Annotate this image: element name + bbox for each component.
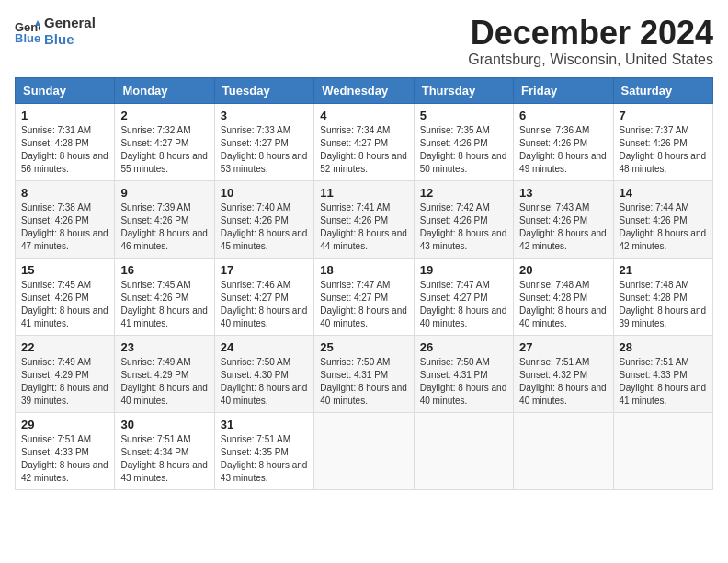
calendar-cell: 1Sunrise: 7:31 AMSunset: 4:28 PMDaylight… xyxy=(16,103,115,180)
day-info: Sunrise: 7:31 AMSunset: 4:28 PMDaylight:… xyxy=(21,124,108,176)
day-number: 6 xyxy=(519,109,607,122)
logo: General Blue General Blue xyxy=(15,15,96,48)
day-number: 11 xyxy=(320,186,407,200)
calendar-cell: 18Sunrise: 7:47 AMSunset: 4:27 PMDayligh… xyxy=(314,258,414,335)
calendar-cell: 4Sunrise: 7:34 AMSunset: 4:27 PMDaylight… xyxy=(314,103,414,180)
weekday-header-wednesday: Wednesday xyxy=(314,77,414,103)
day-info: Sunrise: 7:45 AMSunset: 4:26 PMDaylight:… xyxy=(120,279,208,330)
day-info: Sunrise: 7:51 AMSunset: 4:33 PMDaylight:… xyxy=(21,433,108,485)
weekday-header-sunday: Sunday xyxy=(16,77,115,103)
day-info: Sunrise: 7:39 AMSunset: 4:26 PMDaylight:… xyxy=(120,201,208,253)
page-header: General Blue General Blue December 2024 … xyxy=(15,15,713,68)
day-number: 23 xyxy=(120,340,208,354)
logo-line1: General xyxy=(44,15,96,31)
title-area: December 2024 Grantsburg, Wisconsin, Uni… xyxy=(468,15,713,68)
day-info: Sunrise: 7:42 AMSunset: 4:26 PMDaylight:… xyxy=(420,201,507,253)
day-info: Sunrise: 7:46 AMSunset: 4:27 PMDaylight:… xyxy=(221,279,308,330)
day-info: Sunrise: 7:47 AMSunset: 4:27 PMDaylight:… xyxy=(320,279,407,330)
calendar-cell: 7Sunrise: 7:37 AMSunset: 4:26 PMDaylight… xyxy=(613,103,712,180)
weekday-header-saturday: Saturday xyxy=(613,77,712,103)
calendar-cell: 5Sunrise: 7:35 AMSunset: 4:26 PMDaylight… xyxy=(414,103,513,180)
calendar-cell: 16Sunrise: 7:45 AMSunset: 4:26 PMDayligh… xyxy=(115,258,214,335)
calendar-cell: 27Sunrise: 7:51 AMSunset: 4:32 PMDayligh… xyxy=(514,335,613,412)
day-number: 26 xyxy=(420,340,507,354)
day-info: Sunrise: 7:50 AMSunset: 4:31 PMDaylight:… xyxy=(320,356,407,408)
day-number: 9 xyxy=(120,186,208,200)
calendar-week-row: 29Sunrise: 7:51 AMSunset: 4:33 PMDayligh… xyxy=(16,412,713,489)
calendar-cell: 13Sunrise: 7:43 AMSunset: 4:26 PMDayligh… xyxy=(514,180,613,258)
day-number: 28 xyxy=(620,340,707,354)
day-info: Sunrise: 7:51 AMSunset: 4:32 PMDaylight:… xyxy=(519,356,607,408)
day-number: 27 xyxy=(519,340,607,354)
day-number: 7 xyxy=(620,109,707,122)
calendar-cell: 15Sunrise: 7:45 AMSunset: 4:26 PMDayligh… xyxy=(16,258,115,335)
day-info: Sunrise: 7:48 AMSunset: 4:28 PMDaylight:… xyxy=(519,279,607,330)
day-info: Sunrise: 7:38 AMSunset: 4:26 PMDaylight:… xyxy=(21,201,108,253)
day-info: Sunrise: 7:34 AMSunset: 4:27 PMDaylight:… xyxy=(320,124,407,176)
day-info: Sunrise: 7:41 AMSunset: 4:26 PMDaylight:… xyxy=(320,201,407,253)
calendar-header: SundayMondayTuesdayWednesdayThursdayFrid… xyxy=(16,77,713,103)
day-number: 25 xyxy=(320,340,407,354)
calendar-cell: 3Sunrise: 7:33 AMSunset: 4:27 PMDaylight… xyxy=(214,103,313,180)
logo-icon: General Blue xyxy=(15,18,40,44)
calendar-cell xyxy=(613,412,712,489)
calendar-body: 1Sunrise: 7:31 AMSunset: 4:28 PMDaylight… xyxy=(16,103,713,489)
calendar-cell: 30Sunrise: 7:51 AMSunset: 4:34 PMDayligh… xyxy=(115,412,214,489)
calendar-cell: 6Sunrise: 7:36 AMSunset: 4:26 PMDaylight… xyxy=(514,103,613,180)
day-info: Sunrise: 7:44 AMSunset: 4:26 PMDaylight:… xyxy=(620,201,707,253)
day-number: 13 xyxy=(519,186,607,200)
day-number: 8 xyxy=(21,186,108,200)
weekday-header-thursday: Thursday xyxy=(414,77,513,103)
calendar-week-row: 22Sunrise: 7:49 AMSunset: 4:29 PMDayligh… xyxy=(16,335,713,412)
day-number: 4 xyxy=(320,109,407,122)
location-title: Grantsburg, Wisconsin, United States xyxy=(468,52,713,68)
day-info: Sunrise: 7:45 AMSunset: 4:26 PMDaylight:… xyxy=(21,279,108,330)
calendar-cell xyxy=(514,412,613,489)
logo-text: General Blue xyxy=(44,15,96,48)
day-number: 5 xyxy=(420,109,507,122)
day-info: Sunrise: 7:40 AMSunset: 4:26 PMDaylight:… xyxy=(221,201,308,253)
day-number: 30 xyxy=(120,418,208,431)
day-number: 14 xyxy=(620,186,707,200)
calendar-cell: 28Sunrise: 7:51 AMSunset: 4:33 PMDayligh… xyxy=(613,335,712,412)
weekday-header-friday: Friday xyxy=(514,77,613,103)
calendar-cell: 2Sunrise: 7:32 AMSunset: 4:27 PMDaylight… xyxy=(115,103,214,180)
day-info: Sunrise: 7:51 AMSunset: 4:35 PMDaylight:… xyxy=(221,433,308,485)
day-info: Sunrise: 7:49 AMSunset: 4:29 PMDaylight:… xyxy=(21,356,108,408)
weekday-header-row: SundayMondayTuesdayWednesdayThursdayFrid… xyxy=(16,77,713,103)
calendar-cell: 8Sunrise: 7:38 AMSunset: 4:26 PMDaylight… xyxy=(16,180,115,258)
calendar-cell: 21Sunrise: 7:48 AMSunset: 4:28 PMDayligh… xyxy=(613,258,712,335)
day-number: 16 xyxy=(120,263,208,277)
day-number: 18 xyxy=(320,263,407,277)
calendar-cell xyxy=(314,412,414,489)
day-info: Sunrise: 7:36 AMSunset: 4:26 PMDaylight:… xyxy=(519,124,607,176)
calendar-cell: 22Sunrise: 7:49 AMSunset: 4:29 PMDayligh… xyxy=(16,335,115,412)
day-info: Sunrise: 7:47 AMSunset: 4:27 PMDaylight:… xyxy=(420,279,507,330)
day-number: 21 xyxy=(620,263,707,277)
day-number: 1 xyxy=(21,109,108,122)
svg-text:Blue: Blue xyxy=(15,31,40,44)
calendar-cell: 24Sunrise: 7:50 AMSunset: 4:30 PMDayligh… xyxy=(214,335,313,412)
day-info: Sunrise: 7:49 AMSunset: 4:29 PMDaylight:… xyxy=(120,356,208,408)
calendar-cell: 25Sunrise: 7:50 AMSunset: 4:31 PMDayligh… xyxy=(314,335,414,412)
logo-line2: Blue xyxy=(44,31,96,48)
day-info: Sunrise: 7:37 AMSunset: 4:26 PMDaylight:… xyxy=(620,124,707,176)
day-info: Sunrise: 7:33 AMSunset: 4:27 PMDaylight:… xyxy=(221,124,308,176)
day-info: Sunrise: 7:35 AMSunset: 4:26 PMDaylight:… xyxy=(420,124,507,176)
calendar-cell: 26Sunrise: 7:50 AMSunset: 4:31 PMDayligh… xyxy=(414,335,513,412)
weekday-header-tuesday: Tuesday xyxy=(214,77,313,103)
day-info: Sunrise: 7:48 AMSunset: 4:28 PMDaylight:… xyxy=(620,279,707,330)
day-info: Sunrise: 7:50 AMSunset: 4:30 PMDaylight:… xyxy=(221,356,308,408)
day-info: Sunrise: 7:50 AMSunset: 4:31 PMDaylight:… xyxy=(420,356,507,408)
day-info: Sunrise: 7:51 AMSunset: 4:34 PMDaylight:… xyxy=(120,433,208,485)
day-info: Sunrise: 7:32 AMSunset: 4:27 PMDaylight:… xyxy=(120,124,208,176)
calendar-cell: 11Sunrise: 7:41 AMSunset: 4:26 PMDayligh… xyxy=(314,180,414,258)
day-number: 3 xyxy=(221,109,308,122)
day-number: 12 xyxy=(420,186,507,200)
day-number: 19 xyxy=(420,263,507,277)
day-number: 31 xyxy=(221,418,308,431)
day-number: 2 xyxy=(120,109,208,122)
calendar-cell: 31Sunrise: 7:51 AMSunset: 4:35 PMDayligh… xyxy=(214,412,313,489)
weekday-header-monday: Monday xyxy=(115,77,214,103)
day-number: 10 xyxy=(221,186,308,200)
